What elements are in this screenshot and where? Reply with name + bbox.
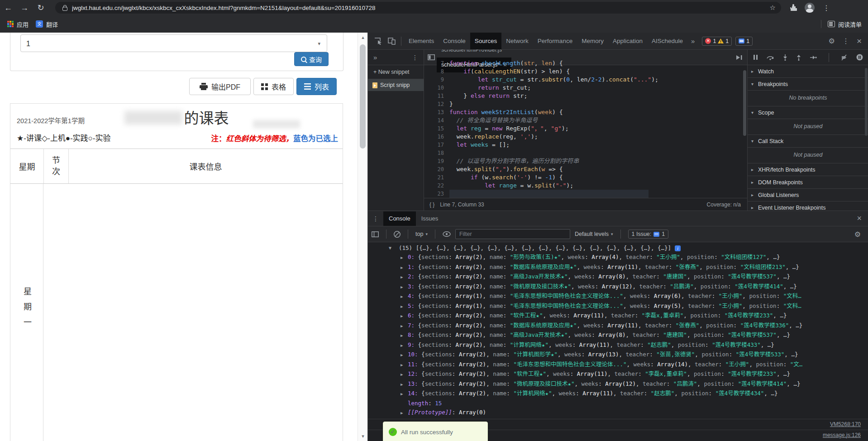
code-line[interactable]: 23: [424, 190, 747, 198]
page-scrollbar[interactable]: ▴ ▾: [358, 33, 367, 441]
line-number[interactable]: 23: [424, 190, 449, 198]
pause-icon[interactable]: [754, 55, 758, 60]
extensions-icon[interactable]: [789, 4, 797, 12]
expand-icon[interactable]: ▶: [401, 370, 408, 379]
navigator-more-icon[interactable]: »: [368, 53, 377, 61]
profile-avatar[interactable]: [805, 3, 815, 13]
line-number[interactable]: 10: [424, 84, 449, 92]
issues-counter[interactable]: 1 Issue: 1: [628, 230, 669, 239]
code-line[interactable]: 18: [424, 149, 747, 157]
code-line[interactable]: 16 week.replace(reg, ',');: [424, 133, 747, 141]
console-array-row[interactable]: ▶8: {sections: Array(2), name: "高级Java开发…: [368, 331, 868, 340]
tab-console[interactable]: Console: [383, 211, 416, 226]
devtools-tab-network[interactable]: Network: [501, 33, 533, 49]
devtools-tab-console[interactable]: Console: [439, 33, 470, 49]
code-editor[interactable]: scheduleHtmlProvider.js*scheduleHtmlPars…: [424, 50, 747, 211]
file-tab[interactable]: scheduleHtmlProvider.js*: [437, 50, 511, 58]
expand-icon[interactable]: ▶: [401, 312, 408, 321]
console-array-row[interactable]: ▶11: {sections: Array(2), name: "毛泽东思想和中…: [368, 360, 868, 370]
scroll-up-icon[interactable]: ▴: [358, 34, 367, 40]
table-view-button[interactable]: 表格: [253, 78, 294, 95]
console-array-row[interactable]: ▶13: {sections: Array(2), name: "微机原理及接口…: [368, 379, 868, 389]
query-button[interactable]: 查询: [294, 52, 329, 66]
devtools-close-icon[interactable]: ×: [857, 36, 862, 46]
code-line[interactable]: 15 let reg = new RegExp("，", "g");: [424, 125, 747, 133]
debugger-toggle-icon[interactable]: [735, 55, 743, 60]
console-sidebar-icon[interactable]: [372, 231, 379, 237]
code-line[interactable]: 13function weekStr2IntList(week) {: [424, 108, 747, 116]
step-into-icon[interactable]: [783, 54, 787, 61]
line-number[interactable]: 20: [424, 165, 449, 173]
bookmark-star-icon[interactable]: ☆: [770, 4, 776, 12]
code-line[interactable]: 19 // 以逗号为界分割字符串，遍历分割的字符串: [424, 157, 747, 165]
expand-icon[interactable]: ▶: [401, 263, 408, 273]
console-array-row[interactable]: ▶10: {sections: Array(2), name: "计算机图形学★…: [368, 350, 868, 360]
devtools-tab-application[interactable]: Application: [608, 33, 647, 49]
pretty-print-icon[interactable]: { }: [424, 201, 440, 208]
expand-icon[interactable]: ▶: [401, 341, 408, 350]
debugger-section-call-stack[interactable]: ▾Call Stack: [748, 134, 868, 147]
console-array-row[interactable]: ▶7: {sections: Array(2), name: "数据库系统原理及…: [368, 321, 868, 331]
translate-bookmark[interactable]: 文 翻译: [36, 20, 58, 29]
line-number[interactable]: 11: [424, 92, 449, 100]
tab-issues[interactable]: Issues: [416, 211, 444, 226]
step-icon[interactable]: [810, 55, 817, 60]
address-bar[interactable]: jwglxt.haut.edu.cn/jwglxt/kbcx/xskbcx_cx…: [55, 2, 781, 14]
devtools-tab-memory[interactable]: Memory: [577, 33, 608, 49]
drawer-close-icon[interactable]: ×: [857, 214, 868, 223]
expand-icon[interactable]: ▶: [401, 360, 408, 370]
console-settings-icon[interactable]: ⚙: [854, 230, 864, 239]
expand-icon[interactable]: ▶: [401, 380, 408, 389]
code-line[interactable]: 7function checkLength(str, len) {: [424, 59, 747, 67]
device-toolbar-icon[interactable]: [388, 38, 396, 45]
semester-select[interactable]: 1 ▾: [20, 34, 327, 52]
devtools-tab-elements[interactable]: Elements: [404, 33, 439, 49]
console-filter-input[interactable]: [455, 229, 570, 239]
line-number[interactable]: 7: [424, 59, 449, 67]
console-array-row[interactable]: ▶5: {sections: Array(1), name: "毛泽东思想和中国…: [368, 302, 868, 312]
step-out-icon[interactable]: [796, 54, 801, 61]
snippet-item[interactable]: Script snipp: [368, 79, 424, 91]
debugger-section-dom-breakpoints[interactable]: ▸DOM Breakpoints: [748, 176, 868, 188]
line-number[interactable]: 14: [424, 116, 449, 125]
console-array-row[interactable]: ▶6: {sections: Array(2), name: "软件工程★", …: [368, 311, 868, 321]
source-link[interactable]: VM5268:170: [830, 421, 861, 427]
back-icon[interactable]: ←: [0, 3, 16, 13]
clear-console-icon[interactable]: [394, 231, 401, 238]
line-number[interactable]: 22: [424, 182, 449, 190]
line-number[interactable]: 17: [424, 141, 449, 149]
line-number[interactable]: 12: [424, 100, 449, 108]
log-levels-selector[interactable]: Default levels ▾: [575, 231, 613, 237]
issues-badge[interactable]: 1: [735, 37, 753, 46]
sidebar-scrollbar-thumb[interactable]: [865, 68, 868, 136]
debugger-section-breakpoints[interactable]: ▾Breakpoints: [748, 77, 868, 90]
expand-icon[interactable]: ▶: [401, 350, 408, 360]
drawer-menu-icon[interactable]: ⋮: [368, 215, 383, 222]
context-selector[interactable]: top ▾: [415, 231, 428, 237]
code-line[interactable]: 20 week.split(",").forEach(w => {: [424, 165, 747, 173]
console-array-row[interactable]: ▶4: {sections: Array(1), name: "毛泽东思想和中国…: [368, 292, 868, 302]
list-view-button[interactable]: 列表: [296, 78, 337, 95]
expand-icon[interactable]: ▶: [401, 408, 408, 417]
error-warning-badge[interactable]: ✕ 1 1: [702, 37, 732, 46]
devtools-tab-aischedule[interactable]: AISchedule: [647, 33, 687, 49]
reload-icon[interactable]: ↻: [33, 3, 49, 13]
expand-icon[interactable]: ▶: [401, 321, 408, 331]
more-tabs-icon[interactable]: »: [687, 37, 698, 45]
debugger-section-watch[interactable]: ▸Watch: [748, 65, 868, 77]
debugger-section-xhr-fetch-breakpoints[interactable]: ▸XHR/fetch Breakpoints: [748, 163, 868, 176]
expand-icon[interactable]: ▶: [401, 292, 408, 302]
line-number[interactable]: 18: [424, 149, 449, 157]
scroll-down-icon[interactable]: ▾: [358, 433, 367, 439]
console-array-row[interactable]: ▶12: {sections: Array(2), name: "软件工程★",…: [368, 369, 868, 379]
code-line[interactable]: 9 let str_cut = str.substr(0, len/2-2).c…: [424, 76, 747, 84]
forward-icon[interactable]: →: [16, 3, 33, 13]
code-line[interactable]: 17 let weeks = [];: [424, 141, 747, 149]
line-number[interactable]: 19: [424, 157, 449, 165]
new-snippet-button[interactable]: + New snippet: [368, 65, 424, 79]
line-number[interactable]: 16: [424, 133, 449, 141]
console-array-row[interactable]: ▶2: {sections: Array(2), name: "高级Java开发…: [368, 272, 868, 282]
browser-menu-icon[interactable]: ⋮: [823, 4, 830, 12]
step-over-icon[interactable]: [767, 55, 774, 60]
devtools-tab-sources[interactable]: Sources: [470, 33, 502, 49]
